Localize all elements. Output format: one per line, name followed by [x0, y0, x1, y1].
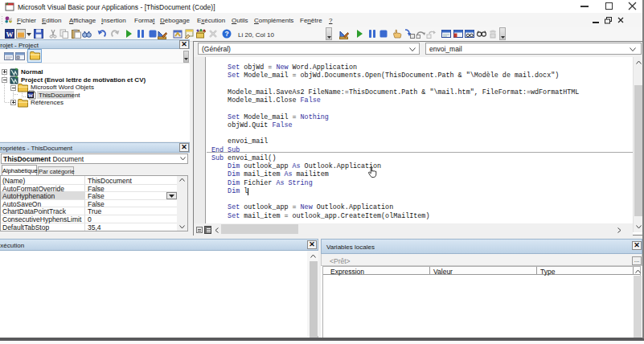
svg-text:?: ?	[224, 30, 228, 38]
svg-text:W: W	[28, 92, 34, 98]
svg-text:W: W	[6, 31, 14, 39]
